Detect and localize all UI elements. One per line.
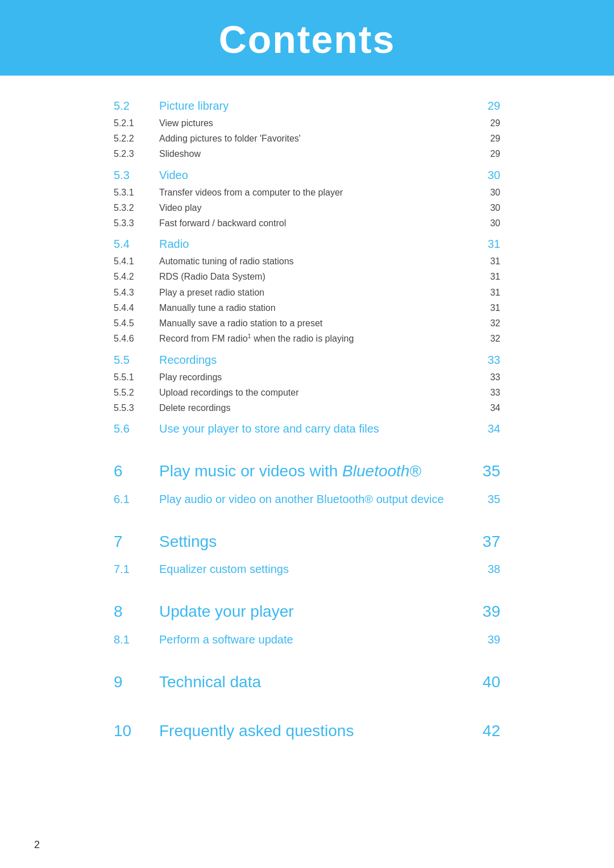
- toc-number: 5.4: [114, 234, 159, 254]
- page-number: 2: [34, 839, 40, 851]
- toc-page: 31: [478, 300, 500, 315]
- toc-row-5-6: 5.6 Use your player to store and carry d…: [114, 416, 500, 438]
- toc-text: Perform a software update: [159, 630, 478, 649]
- toc-text: Use your player to store and carry data …: [159, 419, 478, 438]
- toc-number: 5.2: [114, 96, 159, 115]
- toc-number: 7: [114, 528, 159, 555]
- toc-row-5-4: 5.4 Radio 31: [114, 231, 500, 254]
- toc-page: 29: [478, 131, 500, 146]
- toc-text: Settings: [159, 528, 478, 555]
- toc-row-5-3-2: 5.3.2 Video play 30: [114, 200, 500, 215]
- toc-page: 34: [478, 400, 500, 416]
- toc-row-5-4-2: 5.4.2 RDS (Radio Data System) 31: [114, 269, 500, 284]
- toc-number: 5.5.2: [114, 385, 159, 400]
- toc-number: 5.4.1: [114, 254, 159, 269]
- toc-row-6: 6 Play music or videos with Bluetooth® 3…: [114, 450, 500, 487]
- toc-row-5-5-2: 5.5.2 Upload recordings to the computer …: [114, 385, 500, 400]
- toc-page: 30: [478, 215, 500, 231]
- toc-row-9: 9 Technical data 40: [114, 661, 500, 698]
- toc-text: RDS (Radio Data System): [159, 269, 478, 284]
- toc-text: Radio: [159, 234, 478, 254]
- toc-text: Delete recordings: [159, 400, 478, 416]
- toc-number: 5.2.3: [114, 146, 159, 161]
- toc-page: 35: [478, 489, 500, 509]
- toc-page: 30: [478, 200, 500, 215]
- toc-page: 32: [478, 315, 500, 331]
- toc-page: 32: [478, 331, 500, 346]
- toc-number: 5.5.3: [114, 400, 159, 416]
- toc-page: 33: [478, 369, 500, 385]
- toc-number: 5.2.1: [114, 115, 159, 131]
- toc-container: 5.2 Picture library 29 5.2.1 View pictur…: [0, 93, 614, 746]
- toc-text: Adding pictures to folder 'Favorites': [159, 131, 478, 146]
- toc-row-5-4-6: 5.4.6 Record from FM radio1 when the rad…: [114, 331, 500, 347]
- toc-text: Play audio or video on another Bluetooth…: [159, 489, 478, 509]
- toc-text: Transfer videos from a computer to the p…: [159, 185, 478, 200]
- toc-text: View pictures: [159, 115, 478, 131]
- header-banner: Contents: [0, 0, 614, 76]
- toc-number: 5.4.4: [114, 300, 159, 315]
- toc-number: 5.4.3: [114, 285, 159, 300]
- toc-text: Manually save a radio station to a prese…: [159, 315, 478, 331]
- toc-row-5-4-1: 5.4.1 Automatic tuning of radio stations…: [114, 254, 500, 269]
- toc-page: 31: [478, 254, 500, 269]
- toc-page: 37: [478, 528, 500, 555]
- toc-page: 29: [478, 146, 500, 161]
- toc-number: 6.1: [114, 489, 159, 509]
- toc-page: 30: [478, 165, 500, 185]
- toc-page: 29: [478, 96, 500, 115]
- toc-row-5-2-2: 5.2.2 Adding pictures to folder 'Favorit…: [114, 131, 500, 146]
- toc-number: 5.5: [114, 350, 159, 369]
- toc-row-8: 8 Update your player 39: [114, 590, 500, 628]
- toc-row-5-5: 5.5 Recordings 33: [114, 347, 500, 369]
- toc-page: 35: [478, 458, 500, 485]
- toc-text: Frequently asked questions: [159, 717, 478, 745]
- toc-number: 5.4.5: [114, 315, 159, 331]
- toc-text: Upload recordings to the computer: [159, 385, 478, 400]
- toc-number: 5.3.3: [114, 215, 159, 231]
- toc-row-5-2-3: 5.2.3 Slideshow 29: [114, 146, 500, 161]
- toc-page: 38: [478, 559, 500, 579]
- toc-text: Equalizer custom settings: [159, 559, 478, 579]
- toc-text: Record from FM radio1 when the radio is …: [159, 331, 478, 347]
- toc-row-5-3-3: 5.3.3 Fast forward / backward control 30: [114, 215, 500, 231]
- toc-text: Play recordings: [159, 369, 478, 385]
- toc-text: Video: [159, 165, 478, 185]
- toc-number: 5.3.1: [114, 185, 159, 200]
- toc-number: 8: [114, 598, 159, 625]
- toc-text: Automatic tuning of radio stations: [159, 254, 478, 269]
- toc-text: Play music or videos with Bluetooth®: [159, 458, 478, 485]
- toc-row-8-1: 8.1 Perform a software update 39: [114, 628, 500, 649]
- toc-row-10: 10 Frequently asked questions 42: [114, 709, 500, 747]
- toc-number: 5.2.2: [114, 131, 159, 146]
- toc-page: 31: [478, 234, 500, 254]
- toc-row-6-1: 6.1 Play audio or video on another Bluet…: [114, 487, 500, 509]
- toc-page: 30: [478, 185, 500, 200]
- toc-text: Recordings: [159, 350, 478, 369]
- toc-number: 5.3: [114, 165, 159, 185]
- toc-text: Update your player: [159, 598, 478, 625]
- toc-text: Video play: [159, 200, 478, 215]
- toc-page: 31: [478, 269, 500, 284]
- toc-page: 42: [478, 717, 500, 745]
- toc-number: 9: [114, 668, 159, 696]
- toc-row-5-2-1: 5.2.1 View pictures 29: [114, 115, 500, 131]
- toc-page: 34: [478, 419, 500, 438]
- toc-number: 5.4.2: [114, 269, 159, 284]
- toc-text: Manually tune a radio station: [159, 300, 478, 315]
- toc-number: 10: [114, 717, 159, 745]
- toc-text: Slideshow: [159, 146, 478, 161]
- toc-row-5-3-1: 5.3.1 Transfer videos from a computer to…: [114, 185, 500, 200]
- toc-page: 31: [478, 285, 500, 300]
- toc-number: 5.5.1: [114, 369, 159, 385]
- page-title: Contents: [0, 17, 614, 61]
- toc-number: 8.1: [114, 630, 159, 649]
- toc-page: 33: [478, 385, 500, 400]
- toc-row-5-5-3: 5.5.3 Delete recordings 34: [114, 400, 500, 416]
- toc-number: 5.4.6: [114, 331, 159, 346]
- toc-row-5-4-5: 5.4.5 Manually save a radio station to a…: [114, 315, 500, 331]
- toc-text: Picture library: [159, 96, 478, 115]
- toc-row-5-2: 5.2 Picture library 29: [114, 93, 500, 115]
- toc-row-5-4-4: 5.4.4 Manually tune a radio station 31: [114, 300, 500, 315]
- toc-row-5-4-3: 5.4.3 Play a preset radio station 31: [114, 285, 500, 300]
